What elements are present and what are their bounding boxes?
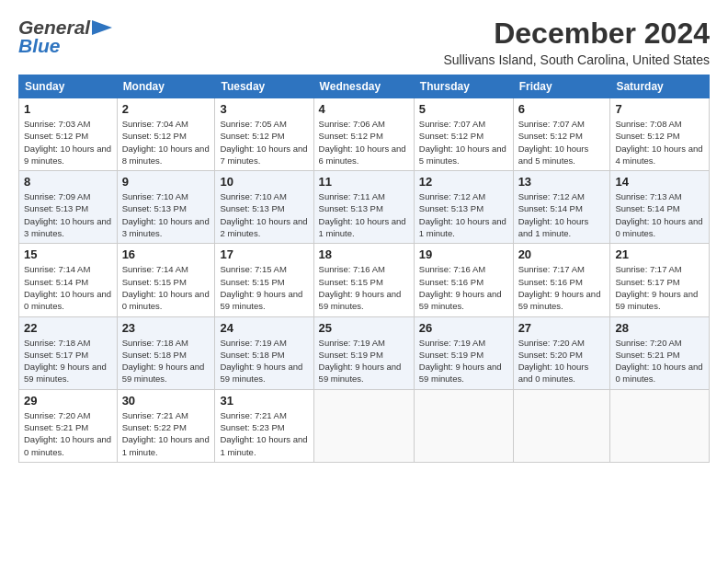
cell-day-number: 21 <box>615 247 704 261</box>
table-row: 28 Sunrise: 7:20 AMSunset: 5:21 PMDaylig… <box>610 316 710 389</box>
header-area: General Blue December 2024 Sullivans Isl… <box>18 17 710 67</box>
col-sunday: Sunday <box>19 75 118 98</box>
table-row: 23 Sunrise: 7:18 AMSunset: 5:18 PMDaylig… <box>117 316 215 389</box>
logo-flag-icon <box>92 20 112 35</box>
cell-info: Sunrise: 7:21 AMSunset: 5:23 PMDaylight:… <box>220 409 308 458</box>
cell-day-number: 18 <box>319 247 409 261</box>
cell-day-number: 9 <box>122 175 210 189</box>
table-row: 17 Sunrise: 7:15 AMSunset: 5:15 PMDaylig… <box>215 244 313 316</box>
table-row: 3 Sunrise: 7:05 AMSunset: 5:12 PMDayligh… <box>215 98 313 171</box>
cell-info: Sunrise: 7:11 AMSunset: 5:13 PMDaylight:… <box>319 190 409 239</box>
calendar-header-row: Sunday Monday Tuesday Wednesday Thursday… <box>19 75 710 98</box>
table-row <box>313 389 414 462</box>
table-row: 8 Sunrise: 7:09 AMSunset: 5:13 PMDayligh… <box>19 171 118 244</box>
cell-info: Sunrise: 7:07 AMSunset: 5:12 PMDaylight:… <box>518 118 606 167</box>
cell-day-number: 1 <box>24 102 112 116</box>
cell-info: Sunrise: 7:20 AMSunset: 5:20 PMDaylight:… <box>518 337 606 385</box>
table-row: 1 Sunrise: 7:03 AMSunset: 5:12 PMDayligh… <box>19 98 118 171</box>
table-row <box>610 389 710 462</box>
table-row <box>513 389 610 462</box>
cell-info: Sunrise: 7:08 AMSunset: 5:12 PMDaylight:… <box>615 118 704 167</box>
cell-info: Sunrise: 7:17 AMSunset: 5:17 PMDaylight:… <box>615 263 704 312</box>
table-row: 12 Sunrise: 7:12 AMSunset: 5:13 PMDaylig… <box>414 171 513 244</box>
table-row: 31 Sunrise: 7:21 AMSunset: 5:23 PMDaylig… <box>215 389 313 462</box>
col-tuesday: Tuesday <box>215 75 313 98</box>
cell-info: Sunrise: 7:14 AMSunset: 5:14 PMDaylight:… <box>24 263 112 312</box>
table-row: 7 Sunrise: 7:08 AMSunset: 5:12 PMDayligh… <box>610 98 710 171</box>
cell-day-number: 17 <box>220 247 308 261</box>
week-row-1: 1 Sunrise: 7:03 AMSunset: 5:12 PMDayligh… <box>19 98 710 171</box>
week-row-4: 22 Sunrise: 7:18 AMSunset: 5:17 PMDaylig… <box>19 316 710 389</box>
table-row: 16 Sunrise: 7:14 AMSunset: 5:15 PMDaylig… <box>117 244 215 316</box>
cell-info: Sunrise: 7:19 AMSunset: 5:18 PMDaylight:… <box>220 337 308 385</box>
table-row: 2 Sunrise: 7:04 AMSunset: 5:12 PMDayligh… <box>117 98 215 171</box>
month-year: December 2024 <box>444 17 711 51</box>
cell-day-number: 30 <box>122 394 210 408</box>
table-row: 29 Sunrise: 7:20 AMSunset: 5:21 PMDaylig… <box>19 389 118 462</box>
col-saturday: Saturday <box>610 75 710 98</box>
table-row: 26 Sunrise: 7:19 AMSunset: 5:19 PMDaylig… <box>414 316 513 389</box>
table-row: 13 Sunrise: 7:12 AMSunset: 5:14 PMDaylig… <box>513 171 610 244</box>
cell-day-number: 25 <box>319 321 409 335</box>
cell-info: Sunrise: 7:04 AMSunset: 5:12 PMDaylight:… <box>122 118 210 167</box>
cell-day-number: 12 <box>419 175 508 189</box>
cell-info: Sunrise: 7:20 AMSunset: 5:21 PMDaylight:… <box>24 409 112 458</box>
cell-day-number: 24 <box>220 321 308 335</box>
table-row: 21 Sunrise: 7:17 AMSunset: 5:17 PMDaylig… <box>610 244 710 316</box>
col-monday: Monday <box>117 75 215 98</box>
cell-info: Sunrise: 7:12 AMSunset: 5:14 PMDaylight:… <box>518 190 606 239</box>
cell-info: Sunrise: 7:12 AMSunset: 5:13 PMDaylight:… <box>419 190 508 239</box>
col-friday: Friday <box>513 75 610 98</box>
cell-day-number: 13 <box>518 175 606 189</box>
table-row: 5 Sunrise: 7:07 AMSunset: 5:12 PMDayligh… <box>414 98 513 171</box>
cell-info: Sunrise: 7:16 AMSunset: 5:16 PMDaylight:… <box>419 263 508 312</box>
cell-info: Sunrise: 7:09 AMSunset: 5:13 PMDaylight:… <box>24 190 112 239</box>
col-wednesday: Wednesday <box>313 75 414 98</box>
cell-day-number: 4 <box>319 102 409 116</box>
cell-info: Sunrise: 7:18 AMSunset: 5:18 PMDaylight:… <box>122 337 210 385</box>
table-row: 11 Sunrise: 7:11 AMSunset: 5:13 PMDaylig… <box>313 171 414 244</box>
cell-day-number: 2 <box>122 102 210 116</box>
cell-info: Sunrise: 7:10 AMSunset: 5:13 PMDaylight:… <box>220 190 308 239</box>
location: Sullivans Island, South Carolina, United… <box>444 52 711 67</box>
week-row-5: 29 Sunrise: 7:20 AMSunset: 5:21 PMDaylig… <box>19 389 710 462</box>
cell-day-number: 6 <box>518 102 606 116</box>
cell-day-number: 28 <box>615 321 704 335</box>
cell-info: Sunrise: 7:21 AMSunset: 5:22 PMDaylight:… <box>122 409 210 458</box>
calendar: Sunday Monday Tuesday Wednesday Thursday… <box>18 75 710 463</box>
cell-day-number: 3 <box>220 102 308 116</box>
cell-info: Sunrise: 7:10 AMSunset: 5:13 PMDaylight:… <box>122 190 210 239</box>
cell-info: Sunrise: 7:03 AMSunset: 5:12 PMDaylight:… <box>24 118 112 167</box>
cell-day-number: 15 <box>24 247 112 261</box>
cell-info: Sunrise: 7:18 AMSunset: 5:17 PMDaylight:… <box>24 337 112 385</box>
cell-day-number: 23 <box>122 321 210 335</box>
table-row: 24 Sunrise: 7:19 AMSunset: 5:18 PMDaylig… <box>215 316 313 389</box>
cell-day-number: 10 <box>220 175 308 189</box>
cell-info: Sunrise: 7:20 AMSunset: 5:21 PMDaylight:… <box>615 337 704 385</box>
table-row: 15 Sunrise: 7:14 AMSunset: 5:14 PMDaylig… <box>19 244 118 316</box>
table-row: 9 Sunrise: 7:10 AMSunset: 5:13 PMDayligh… <box>117 171 215 244</box>
page: General Blue December 2024 Sullivans Isl… <box>0 0 728 472</box>
cell-info: Sunrise: 7:15 AMSunset: 5:15 PMDaylight:… <box>220 263 308 312</box>
cell-day-number: 29 <box>24 394 112 408</box>
cell-day-number: 31 <box>220 394 308 408</box>
cell-day-number: 22 <box>24 321 112 335</box>
table-row <box>414 389 513 462</box>
table-row: 19 Sunrise: 7:16 AMSunset: 5:16 PMDaylig… <box>414 244 513 316</box>
table-row: 6 Sunrise: 7:07 AMSunset: 5:12 PMDayligh… <box>513 98 610 171</box>
cell-info: Sunrise: 7:05 AMSunset: 5:12 PMDaylight:… <box>220 118 308 167</box>
cell-info: Sunrise: 7:16 AMSunset: 5:15 PMDaylight:… <box>319 263 409 312</box>
cell-day-number: 7 <box>615 102 704 116</box>
col-thursday: Thursday <box>414 75 513 98</box>
cell-info: Sunrise: 7:14 AMSunset: 5:15 PMDaylight:… <box>122 263 210 312</box>
table-row: 18 Sunrise: 7:16 AMSunset: 5:15 PMDaylig… <box>313 244 414 316</box>
cell-info: Sunrise: 7:07 AMSunset: 5:12 PMDaylight:… <box>419 118 508 167</box>
cell-day-number: 14 <box>615 175 704 189</box>
cell-info: Sunrise: 7:06 AMSunset: 5:12 PMDaylight:… <box>319 118 409 167</box>
table-row: 10 Sunrise: 7:10 AMSunset: 5:13 PMDaylig… <box>215 171 313 244</box>
cell-day-number: 19 <box>419 247 508 261</box>
logo-blue: Blue <box>18 35 61 57</box>
svg-marker-0 <box>92 20 112 35</box>
cell-day-number: 8 <box>24 175 112 189</box>
cell-day-number: 26 <box>419 321 508 335</box>
